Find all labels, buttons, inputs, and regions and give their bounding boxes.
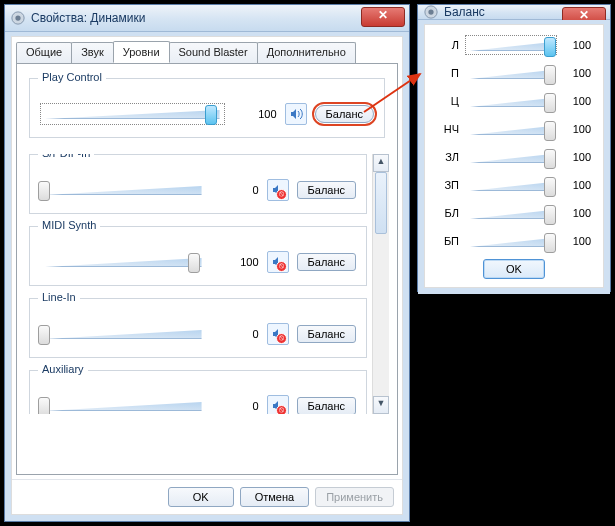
balance-row: Ц100 xyxy=(437,91,591,111)
balance-channel-label: ЗЛ xyxy=(437,151,459,163)
tab-levels[interactable]: Уровни xyxy=(113,41,170,63)
balance-channel-label: БП xyxy=(437,235,459,247)
balance-button-channel[interactable]: Баланс xyxy=(297,181,356,199)
group-channel: Line-In0⦸Баланс xyxy=(29,298,367,358)
close-button[interactable]: ✕ xyxy=(361,7,405,27)
scroll-down-button[interactable]: ▼ xyxy=(373,396,389,414)
balance-value: 100 xyxy=(563,123,591,135)
legend-channel: Line-In xyxy=(38,291,80,303)
balance-slider[interactable] xyxy=(465,91,557,111)
balance-channel-label: НЧ xyxy=(437,123,459,135)
legend-channel: Auxiliary xyxy=(38,363,88,375)
vertical-scrollbar[interactable]: ▲ ▼ xyxy=(372,154,389,414)
balance-button-channel[interactable]: Баланс xyxy=(297,253,356,271)
balance-value: 100 xyxy=(563,235,591,247)
scroll-thumb[interactable] xyxy=(375,172,387,234)
muted-indicator-icon: ⦸ xyxy=(276,333,287,344)
balance-titlebar[interactable]: Баланс ✕ xyxy=(418,5,610,20)
balance-channel-label: Л xyxy=(437,39,459,51)
balance-value: 100 xyxy=(563,207,591,219)
balance-slider[interactable] xyxy=(465,175,557,195)
balance-channel-label: Ц xyxy=(437,95,459,107)
balance-value: 100 xyxy=(563,67,591,79)
svg-point-3 xyxy=(428,9,433,14)
balance-row: Л100 xyxy=(437,35,591,55)
channels-scroll-area: S/PDIF-In0⦸БалансMIDI Synth100⦸БалансLin… xyxy=(25,154,389,414)
mute-button-channel[interactable]: ⦸ xyxy=(267,323,289,345)
svg-point-1 xyxy=(15,15,20,20)
tab-sound[interactable]: Звук xyxy=(71,42,114,64)
balance-button-play-control[interactable]: Баланс xyxy=(315,105,374,123)
balance-channel-label: БЛ xyxy=(437,207,459,219)
value-play-control: 100 xyxy=(233,108,277,120)
muted-indicator-icon: ⦸ xyxy=(276,405,287,414)
slider-play-control[interactable] xyxy=(40,103,225,125)
balance-value: 100 xyxy=(563,179,591,191)
mute-button-channel[interactable]: ⦸ xyxy=(267,179,289,201)
balance-button-channel[interactable]: Баланс xyxy=(297,325,356,343)
legend-play-control: Play Control xyxy=(38,71,106,83)
speaker-app-icon xyxy=(11,11,25,25)
scroll-up-button[interactable]: ▲ xyxy=(373,154,389,172)
balance-ok-button[interactable]: OK xyxy=(483,259,545,279)
balance-slider[interactable] xyxy=(465,147,557,167)
balance-row: ЗЛ100 xyxy=(437,147,591,167)
tab-soundblaster[interactable]: Sound Blaster xyxy=(169,42,258,64)
balance-window: Баланс ✕ Л100П100Ц100НЧ100ЗЛ100ЗП100БЛ10… xyxy=(417,4,611,292)
legend-channel: MIDI Synth xyxy=(38,219,100,231)
tab-advanced[interactable]: Дополнительно xyxy=(257,42,356,64)
slider-channel[interactable] xyxy=(40,179,207,201)
tab-general[interactable]: Общие xyxy=(16,42,72,64)
mute-button-channel[interactable]: ⦸ xyxy=(267,251,289,273)
group-channel: MIDI Synth100⦸Баланс xyxy=(29,226,367,286)
muted-indicator-icon: ⦸ xyxy=(276,189,287,200)
mute-button-play-control[interactable] xyxy=(285,103,307,125)
window-title: Свойства: Динамики xyxy=(31,11,145,25)
balance-row: ЗП100 xyxy=(437,175,591,195)
balance-slider[interactable] xyxy=(465,63,557,83)
balance-window-title: Баланс xyxy=(444,5,485,19)
balance-row: БЛ100 xyxy=(437,203,591,223)
balance-slider[interactable] xyxy=(465,35,557,55)
balance-button-channel[interactable]: Баланс xyxy=(297,397,356,414)
balance-value: 100 xyxy=(563,39,591,51)
tab-strip: Общие Звук Уровни Sound Blaster Дополнит… xyxy=(16,41,398,63)
slider-channel[interactable] xyxy=(40,395,207,414)
value-channel: 0 xyxy=(215,184,259,196)
properties-window: Свойства: Динамики ✕ Общие Звук Уровни S… xyxy=(4,4,410,522)
balance-value: 100 xyxy=(563,95,591,107)
ok-button[interactable]: OK xyxy=(168,487,234,507)
balance-slider[interactable] xyxy=(465,119,557,139)
apply-button[interactable]: Применить xyxy=(315,487,394,507)
balance-channel-label: ЗП xyxy=(437,179,459,191)
cancel-button[interactable]: Отмена xyxy=(240,487,309,507)
balance-row: П100 xyxy=(437,63,591,83)
balance-row: НЧ100 xyxy=(437,119,591,139)
muted-indicator-icon: ⦸ xyxy=(276,261,287,272)
mute-button-channel[interactable]: ⦸ xyxy=(267,395,289,414)
group-channel: Auxiliary0⦸Баланс xyxy=(29,370,367,414)
balance-slider[interactable] xyxy=(465,231,557,251)
balance-slider[interactable] xyxy=(465,203,557,223)
slider-channel[interactable] xyxy=(40,251,207,273)
value-channel: 100 xyxy=(215,256,259,268)
tab-body-levels: Play Control 100 Баланс S/PDIF-In0⦸Балан… xyxy=(16,63,398,475)
value-channel: 0 xyxy=(215,328,259,340)
balance-body: Л100П100Ц100НЧ100ЗЛ100ЗП100БЛ100БП100OK xyxy=(425,25,603,287)
balance-row: БП100 xyxy=(437,231,591,251)
speaker-app-icon xyxy=(424,5,438,19)
balance-value: 100 xyxy=(563,151,591,163)
slider-channel[interactable] xyxy=(40,323,207,345)
value-channel: 0 xyxy=(215,400,259,412)
legend-channel: S/PDIF-In xyxy=(38,154,94,159)
group-play-control: Play Control 100 Баланс xyxy=(29,78,385,138)
balance-channel-label: П xyxy=(437,67,459,79)
dialog-button-row: OK Отмена Применить xyxy=(12,479,402,514)
titlebar[interactable]: Свойства: Динамики ✕ xyxy=(5,5,409,32)
group-channel: S/PDIF-In0⦸Баланс xyxy=(29,154,367,214)
